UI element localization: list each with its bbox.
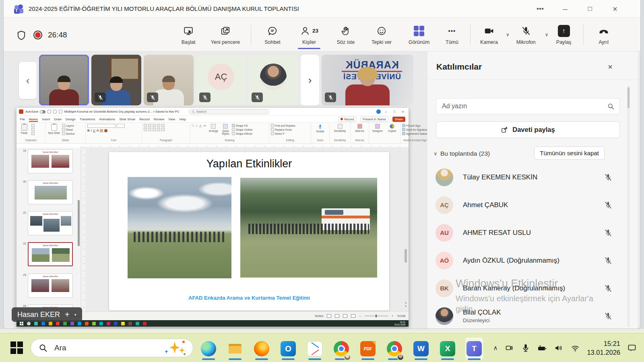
columns-icon[interactable] xyxy=(161,128,165,131)
taskbar-clock[interactable]: 15:21 13.01.2026 xyxy=(587,339,620,357)
participant-search-input[interactable] xyxy=(441,102,607,110)
raise-hand-button[interactable]: Söz iste xyxy=(328,19,363,50)
tab-transitions[interactable]: Transitions xyxy=(80,117,95,121)
quick-styles-button[interactable]: Quick Styles xyxy=(220,124,231,139)
filmstrip-next-button[interactable]: › xyxy=(301,55,319,105)
tray-battery-icon[interactable] xyxy=(537,343,547,353)
align-right-icon[interactable] xyxy=(153,128,156,131)
panel-close-icon[interactable]: × xyxy=(605,61,616,72)
notes-button[interactable]: Notes xyxy=(315,314,324,318)
reading-view-icon[interactable] xyxy=(343,314,347,318)
taskbar-app-word[interactable]: W xyxy=(412,337,430,360)
font-name-box[interactable] xyxy=(87,124,116,128)
tab-record[interactable]: Record xyxy=(139,117,150,121)
reset-button[interactable]: Reset xyxy=(62,128,75,131)
justify-icon[interactable] xyxy=(157,128,160,131)
chat-button[interactable]: Sohbet xyxy=(255,19,290,50)
mic-options-chevron-icon[interactable]: ∨ xyxy=(545,32,549,37)
taskbar-app-teams-active[interactable]: T xyxy=(465,337,483,360)
slide-prev-next-buttons[interactable]: ∧ ∨ xyxy=(404,301,408,308)
avatar-tile[interactable] xyxy=(248,55,298,105)
shapes-gallery[interactable]: □ ○ △ ⇨ xyxy=(192,124,206,139)
send-for-signature-button[interactable]: Send for Signature xyxy=(402,128,428,131)
bullets-icon[interactable] xyxy=(144,124,147,127)
pin-plus-icon[interactable]: + xyxy=(65,310,70,319)
view-button[interactable]: Görünüm xyxy=(400,19,438,50)
sensitivity-button[interactable]: Sensitivity xyxy=(331,124,349,139)
mic-off-icon[interactable] xyxy=(604,173,613,182)
tab-review[interactable]: Review xyxy=(154,117,164,121)
cut-icon[interactable] xyxy=(31,124,35,127)
slide-thumbnail-21[interactable]: 21 Yapılan Etkinlikler xyxy=(22,211,76,235)
camera-button[interactable]: Kamera xyxy=(475,19,504,50)
indent-icon[interactable] xyxy=(153,124,156,127)
share-button[interactable]: ↑ Paylaş xyxy=(549,19,579,50)
align-center-icon[interactable] xyxy=(148,128,151,131)
maximize-button[interactable]: □ xyxy=(581,0,599,18)
tab-animations[interactable]: Animations xyxy=(99,117,116,121)
shape-effects-button[interactable]: Shape Effects xyxy=(232,132,252,135)
font-size-box[interactable] xyxy=(117,124,125,128)
taskbar-app-chrome[interactable] xyxy=(332,337,350,360)
participant-row[interactable]: AÖ Aydın ÖZKUL (Doğrulanmamış) xyxy=(427,247,629,274)
participant-row[interactable]: BK Baran Kameray (Doğrulanmamış) xyxy=(427,274,629,302)
taskbar-app-snipping-tool[interactable] xyxy=(306,337,324,360)
italic-button[interactable]: I xyxy=(91,129,92,132)
account-avatar[interactable] xyxy=(376,109,381,114)
present-in-teams-button[interactable]: Present in Teams xyxy=(360,117,388,122)
ppt-search-box[interactable]: Search xyxy=(189,109,269,114)
tab-draw[interactable]: Draw xyxy=(54,117,62,121)
numbering-icon[interactable] xyxy=(148,124,151,127)
tab-slide-show[interactable]: Slide Show xyxy=(119,117,135,121)
filmstrip-previous-button[interactable]: ‹ xyxy=(19,62,37,99)
text-direction-icon[interactable] xyxy=(161,124,165,127)
thumbnail-scrollbar[interactable] xyxy=(78,200,80,246)
zoom-out-button[interactable]: – xyxy=(359,314,361,318)
redo-icon[interactable] xyxy=(59,110,62,113)
section-button[interactable]: Section xyxy=(62,132,75,135)
mute-all-button[interactable]: Tümünün sesini kapat xyxy=(534,146,605,160)
video-tile[interactable] xyxy=(144,55,194,105)
tray-microphone-icon[interactable] xyxy=(521,343,530,353)
notification-icon[interactable] xyxy=(627,343,637,353)
tab-view[interactable]: View xyxy=(168,117,175,121)
tab-help[interactable]: Help xyxy=(179,117,186,121)
highlight-color-icon[interactable] xyxy=(100,129,103,132)
camera-options-chevron-icon[interactable]: ∨ xyxy=(506,32,510,37)
caret-down-icon[interactable]: ▾ xyxy=(74,313,76,317)
start-button[interactable]: Başlat xyxy=(173,19,204,50)
copilot-button[interactable]: Copilot xyxy=(386,124,398,139)
mic-off-icon[interactable] xyxy=(604,228,613,237)
undo-icon[interactable] xyxy=(53,110,57,113)
tray-chevron-up-icon[interactable]: ∧ xyxy=(493,344,497,352)
more-button[interactable]: ••• Tümü xyxy=(438,19,466,50)
section-chevron-icon[interactable]: ∨ xyxy=(431,151,440,156)
ppt-minimize-button[interactable]: – xyxy=(383,110,389,114)
autosave-toggle[interactable]: AutoSave xyxy=(25,110,45,113)
ppt-close-button[interactable]: × xyxy=(400,110,406,114)
tray-wifi-icon[interactable] xyxy=(570,343,580,353)
microphone-button[interactable]: Mikrofon xyxy=(510,19,543,50)
save-icon[interactable] xyxy=(47,110,51,113)
zoom-in-button[interactable]: + xyxy=(392,314,394,318)
people-button[interactable]: 23 Kişiler xyxy=(290,19,328,50)
bold-button[interactable]: B xyxy=(87,129,90,132)
strikethrough-button[interactable]: S xyxy=(97,129,99,132)
zoom-level[interactable]: %108 xyxy=(397,314,405,318)
slideshow-icon[interactable] xyxy=(351,314,355,318)
presenter-name-pill[interactable]: Hasan EKER + ▾ xyxy=(12,307,82,322)
participant-search[interactable] xyxy=(436,98,620,114)
taskbar-app-firefox[interactable] xyxy=(253,337,270,360)
panel-scrollbar[interactable] xyxy=(627,86,630,327)
find-replace-button[interactable]: Find and Replace xyxy=(271,124,295,127)
addins-button[interactable]: Add-ins xyxy=(353,124,367,139)
record-button[interactable]: Record xyxy=(338,117,356,122)
video-tile[interactable] xyxy=(91,55,141,105)
normal-view-icon[interactable] xyxy=(327,314,331,318)
mic-off-icon[interactable] xyxy=(604,256,613,265)
mic-off-icon[interactable] xyxy=(604,284,613,293)
dictate-button[interactable]: Dictate xyxy=(313,124,328,139)
taskbar-search-input[interactable] xyxy=(54,343,159,353)
tray-volume-icon[interactable] xyxy=(554,343,564,353)
video-tile-active-speaker[interactable] xyxy=(39,55,89,105)
